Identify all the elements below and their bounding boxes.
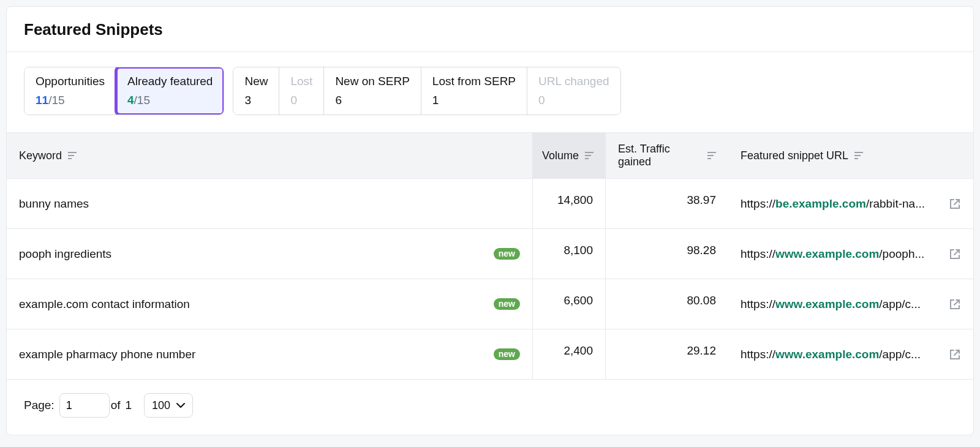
tab-label: Opportunities [36, 75, 105, 88]
table-body: bunny names14,80038.97https://be.example… [7, 179, 973, 380]
col-traffic-header[interactable]: Est. Traffic gained [606, 133, 728, 178]
cell-url: https://www.example.com/app/c... [728, 279, 973, 329]
tab-value: 6 [335, 94, 409, 106]
new-badge: new [494, 248, 520, 260]
cell-volume: 14,800 [532, 179, 606, 228]
table-row: pooph ingredientsnew8,10098.28https://ww… [7, 229, 973, 279]
page-title: Featured Snippets [24, 20, 956, 39]
page-input[interactable] [59, 393, 110, 418]
svg-rect-2 [68, 158, 72, 159]
external-link-icon[interactable] [949, 198, 961, 210]
page-of-text: of [111, 399, 121, 412]
main-tab-group: Opportunities11/15Already featured4/15 [24, 67, 224, 115]
external-link-icon[interactable] [949, 348, 961, 361]
snippet-url[interactable]: https://www.example.com/pooph... [741, 247, 940, 261]
cell-volume: 2,400 [532, 329, 606, 379]
tab-value: 0 [538, 94, 609, 106]
tab-value: 11/15 [36, 94, 105, 106]
filters-row: Opportunities11/15Already featured4/15 N… [7, 51, 973, 132]
snippet-url[interactable]: https://be.example.com/rabbit-na... [741, 197, 940, 211]
col-volume-header[interactable]: Volume [532, 133, 606, 178]
svg-rect-9 [854, 152, 863, 153]
col-keyword-header[interactable]: Keyword [7, 133, 532, 178]
cell-keyword: pooph ingredientsnew [7, 229, 532, 279]
cell-traffic: 29.12 [606, 329, 728, 379]
tab-value: 3 [244, 94, 268, 106]
cell-traffic: 98.28 [606, 229, 728, 279]
tab-label: Lost from SERP [432, 75, 516, 88]
col-url-header[interactable]: Featured snippet URL [728, 133, 973, 178]
external-link-icon[interactable] [949, 298, 961, 310]
cell-volume: 8,100 [532, 229, 606, 279]
col-traffic-label: Est. Traffic gained [618, 143, 701, 168]
col-volume-label: Volume [542, 149, 579, 162]
per-page-value: 100 [152, 399, 170, 412]
status-tab[interactable]: Lost from SERP1 [421, 67, 527, 115]
svg-rect-11 [854, 158, 858, 159]
pagination: Page: of1 100 [7, 380, 973, 435]
sort-icon [707, 152, 716, 159]
snippet-url[interactable]: https://www.example.com/app/c... [741, 298, 940, 311]
keyword-text: pooph ingredients [19, 247, 485, 261]
svg-rect-1 [68, 155, 74, 156]
table-row: example.com contact informationnew6,6008… [7, 279, 973, 329]
tab-label: Already featured [127, 75, 213, 88]
svg-rect-10 [854, 155, 861, 156]
main-tab[interactable]: Opportunities11/15 [24, 67, 116, 115]
per-page-select[interactable]: 100 [144, 393, 193, 418]
new-badge: new [494, 348, 520, 360]
col-url-label: Featured snippet URL [741, 149, 848, 162]
cell-keyword: example pharmacy phone numbernew [7, 329, 532, 379]
svg-rect-6 [707, 152, 716, 153]
sort-icon [854, 152, 863, 159]
tab-label: Lost [290, 75, 312, 88]
col-keyword-label: Keyword [19, 149, 62, 162]
cell-url: https://www.example.com/pooph... [728, 229, 973, 279]
tab-label: New on SERP [335, 75, 409, 88]
table-row: bunny names14,80038.97https://be.example… [7, 179, 973, 229]
cell-url: https://www.example.com/app/c... [728, 329, 973, 379]
svg-rect-7 [707, 155, 714, 156]
tab-value: 4/15 [127, 94, 213, 106]
cell-url: https://be.example.com/rabbit-na... [728, 179, 973, 228]
keyword-text: example pharmacy phone number [19, 348, 485, 361]
page-label: Page: [24, 399, 55, 412]
chevron-down-icon [176, 402, 185, 408]
cell-keyword: example.com contact informationnew [7, 279, 532, 329]
svg-rect-4 [585, 155, 591, 156]
svg-rect-5 [585, 158, 589, 159]
tab-value: 1 [432, 94, 516, 106]
tab-label: URL changed [538, 75, 609, 88]
card-header: Featured Snippets [7, 7, 973, 51]
status-tab[interactable]: New on SERP6 [324, 67, 421, 115]
cell-volume: 6,600 [532, 279, 606, 329]
status-tab[interactable]: Lost0 [279, 67, 324, 115]
keyword-text: example.com contact information [19, 298, 485, 311]
sort-icon [68, 152, 77, 159]
svg-rect-3 [585, 152, 594, 153]
cell-traffic: 80.08 [606, 279, 728, 329]
status-tab-group: New3Lost0New on SERP6Lost from SERP1URL … [233, 67, 620, 115]
svg-rect-0 [68, 152, 77, 153]
main-tab[interactable]: Already featured4/15 [116, 67, 224, 115]
external-link-icon[interactable] [949, 248, 961, 260]
tab-label: New [244, 75, 268, 88]
sort-icon [585, 152, 594, 159]
tab-value: 0 [290, 94, 312, 106]
snippet-url[interactable]: https://www.example.com/app/c... [741, 348, 940, 361]
page-total: 1 [126, 399, 132, 412]
cell-keyword: bunny names [7, 179, 532, 228]
featured-snippets-card: Featured Snippets Opportunities11/15Alre… [6, 6, 974, 435]
svg-rect-8 [707, 158, 711, 159]
table-header-row: Keyword Volume Est. Traffic gained Featu… [7, 132, 973, 179]
new-badge: new [494, 298, 520, 310]
status-tab[interactable]: New3 [233, 67, 279, 115]
table-row: example pharmacy phone numbernew2,40029.… [7, 329, 973, 380]
status-tab[interactable]: URL changed0 [527, 67, 620, 115]
cell-traffic: 38.97 [606, 179, 728, 228]
keyword-text: bunny names [19, 197, 520, 211]
